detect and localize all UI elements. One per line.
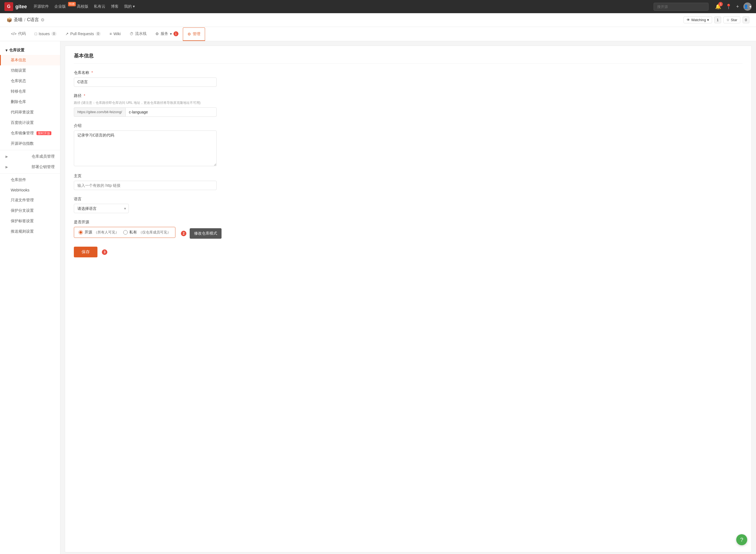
radio-open-option[interactable]: 开源 （所有人可见） xyxy=(78,230,119,235)
path-input-group: https://gitee.com/bit-feizong/ xyxy=(74,107,216,117)
radio-open-label: 开源 xyxy=(84,230,92,235)
language-label: 语言 xyxy=(74,197,743,202)
star-label: Star xyxy=(731,18,737,22)
radio-open-input[interactable] xyxy=(78,230,83,234)
pulls-badge: 0 xyxy=(96,32,101,36)
radio-private-label: 私有 xyxy=(129,230,137,235)
sidebar-item-protected-branches[interactable]: 保护分支设置 xyxy=(0,206,60,216)
navbar-links: 开源软件 企业版 特惠 高校版 私有云 博客 我的 ▾ xyxy=(34,4,135,9)
sidebar-item-protected-tags[interactable]: 保护标签设置 xyxy=(0,216,60,226)
tab-pipeline[interactable]: ⏱ 流水线 xyxy=(125,27,151,41)
save-button[interactable]: 保存 xyxy=(74,246,98,257)
mirror-badge: 限时开放 xyxy=(37,131,51,135)
path-hint: 路径 (请注意：仓库路径即仓库访问 URL 地址，更改仓库路径将导致原克隆地址不… xyxy=(74,101,743,105)
tabs-bar: </> 代码 □ Issues 0 ↗ Pull Requests 0 ≡ Wi… xyxy=(0,27,756,41)
nav-education[interactable]: 高校版 xyxy=(77,4,88,9)
tab-issues-label: Issues xyxy=(39,32,50,36)
intro-textarea[interactable]: 记录学习C语言的代码 xyxy=(74,130,216,166)
sidebar-item-deploy-keys[interactable]: ▶ 部署公钥管理 xyxy=(0,162,60,172)
open-source-label: 是否开源 xyxy=(74,220,743,225)
tab-services[interactable]: ⚙ 服务 ▾ 1 xyxy=(151,27,183,41)
logo[interactable]: G gitee xyxy=(4,2,27,11)
repo-name-input[interactable] xyxy=(74,77,216,87)
location-icon[interactable]: 📍 xyxy=(726,4,732,10)
watch-button[interactable]: 👁 Watching ▾ xyxy=(684,16,712,23)
sidebar-item-open-source-index[interactable]: 开源评估指数 xyxy=(0,138,60,149)
pulls-icon: ↗ xyxy=(65,32,69,36)
intro-label: 介绍 xyxy=(74,123,743,128)
expand-member-icon: ▶ xyxy=(5,155,8,159)
user-avatar[interactable]: 👤 ▾ xyxy=(743,2,752,11)
pipeline-icon: ⏱ xyxy=(130,32,133,36)
wiki-icon: ≡ xyxy=(110,32,112,36)
sidebar-item-widgets[interactable]: 仓库挂件 xyxy=(0,175,60,185)
form-group-repo-name: 仓库名称 * xyxy=(74,70,743,87)
nav-open-source[interactable]: 开源软件 xyxy=(34,4,49,9)
nav-mine[interactable]: 我的 ▾ xyxy=(124,4,135,9)
nav-private-cloud[interactable]: 私有云 xyxy=(94,4,106,9)
step-2-indicator: 2 xyxy=(181,231,186,236)
form-group-save: 保存 3 xyxy=(74,246,743,257)
issues-icon: □ xyxy=(35,32,37,36)
sidebar-item-readonly-files[interactable]: 只读文件管理 xyxy=(0,195,60,206)
tab-issues[interactable]: □ Issues 0 xyxy=(30,28,61,40)
language-select[interactable]: 请选择语言 C C++ Java Python JavaScript Go xyxy=(74,204,129,213)
nav-enterprise[interactable]: 企业版 特惠 xyxy=(54,4,71,9)
sidebar-item-feature-settings[interactable]: 功能设置 xyxy=(0,65,60,76)
path-prefix: https://gitee.com/bit-feizong/ xyxy=(74,107,125,117)
step-3-indicator: 3 xyxy=(102,250,107,255)
sidebar-item-delete-repo[interactable]: 删除仓库 xyxy=(0,97,60,107)
watch-label: Watching xyxy=(691,18,706,22)
sidebar-item-member-management[interactable]: ▶ 仓库成员管理 xyxy=(0,151,60,162)
open-source-row: 开源 （所有人可见） 私有 （仅仓库成员可见） 2 修改仓库模式 xyxy=(74,227,743,240)
homepage-input[interactable] xyxy=(74,181,216,190)
sidebar-item-mirror-management[interactable]: 仓库镜像管理 限时开放 xyxy=(0,128,60,138)
tab-wiki[interactable]: ≡ Wiki xyxy=(105,28,125,40)
tab-code[interactable]: </> 代码 xyxy=(7,27,30,41)
homepage-label: 主页 xyxy=(74,174,743,178)
tab-manage[interactable]: ⚙ 管理 xyxy=(183,27,205,41)
watch-count: 1 xyxy=(714,16,721,23)
modify-mode-button[interactable]: 修改仓库模式 xyxy=(190,228,222,239)
repo-breadcrumb: 📦 圣喵 / C语言 ⚙ xyxy=(7,17,45,23)
issues-badge: 0 xyxy=(51,32,57,36)
logo-text: gitee xyxy=(15,4,27,10)
form-group-open-source: 是否开源 开源 （所有人可见） 私有 （仅仓库成员可见） 2 修改仓库模式 xyxy=(74,220,743,240)
repo-name-label: 仓库名称 * xyxy=(74,70,743,75)
path-input[interactable] xyxy=(125,107,216,117)
sidebar-item-baidu-stats[interactable]: 百度统计设置 xyxy=(0,118,60,128)
radio-private-input[interactable] xyxy=(123,230,128,234)
path-label: 路径 * xyxy=(74,93,743,98)
sidebar-item-push-rules[interactable]: 推送规则设置 xyxy=(0,226,60,237)
notification-bell[interactable]: 🔔 1 xyxy=(715,4,721,10)
repo-settings-icon[interactable]: ⚙ xyxy=(41,17,45,22)
tab-pulls[interactable]: ↗ Pull Requests 0 xyxy=(61,28,105,40)
nav-blog[interactable]: 博客 xyxy=(111,4,119,9)
tab-pulls-label: Pull Requests xyxy=(70,32,94,36)
repo-name[interactable]: C语言 xyxy=(27,17,39,23)
radio-private-option[interactable]: 私有 （仅仓库成员可见） xyxy=(123,230,171,235)
sidebar-section-header[interactable]: ▾ 仓库设置 xyxy=(0,46,60,55)
sidebar-chevron-icon: ▾ xyxy=(5,48,7,52)
search-input[interactable] xyxy=(653,3,708,11)
repo-icon: 📦 xyxy=(7,17,12,22)
tab-services-dropdown: ▾ xyxy=(170,32,172,36)
sidebar-section-label: 仓库设置 xyxy=(9,48,24,53)
tab-code-label: 代码 xyxy=(18,31,26,36)
star-button[interactable]: ☆ Star xyxy=(723,16,740,23)
radio-group: 开源 （所有人可见） 私有 （仅仓库成员可见） xyxy=(74,227,175,238)
help-button[interactable]: ? xyxy=(736,534,747,545)
navbar: G gitee 开源软件 企业版 特惠 高校版 私有云 博客 我的 ▾ 🔔 1 … xyxy=(0,0,756,13)
add-button[interactable]: + xyxy=(736,4,739,10)
content-area: 基本信息 仓库名称 * 路径 * 路径 (请注意：仓库路径即仓库访问 URL 地… xyxy=(65,46,752,552)
tab-services-label: 服务 xyxy=(161,31,168,36)
repo-owner[interactable]: 圣喵 xyxy=(14,17,22,23)
page-title: 基本信息 xyxy=(74,52,743,64)
watch-dropdown-icon: ▾ xyxy=(707,18,709,22)
sidebar-item-code-review[interactable]: 代码审查设置 xyxy=(0,107,60,118)
sidebar-item-webhooks[interactable]: WebHooks xyxy=(0,185,60,195)
required-star-path: * xyxy=(84,93,85,98)
sidebar-item-repo-status[interactable]: 仓库状态 xyxy=(0,76,60,86)
sidebar-item-basic-info[interactable]: 基本信息 xyxy=(0,55,60,65)
sidebar-item-transfer-repo[interactable]: 转移仓库 xyxy=(0,86,60,97)
